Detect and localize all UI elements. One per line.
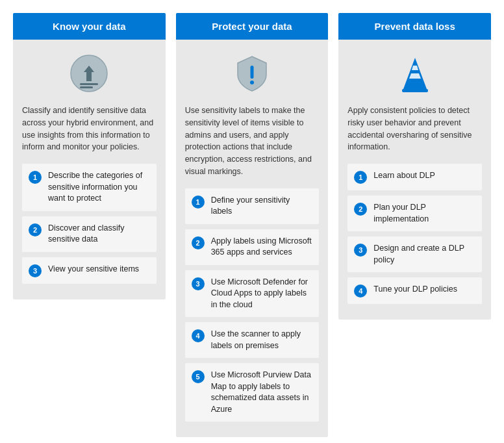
protect-step-text-3: Use Microsoft Defender for Cloud Apps to… [211,277,313,311]
prevent-step-text-2: Plan your DLP implementation [373,202,475,225]
know-step-badge-3: 3 [29,264,42,277]
know-icon [68,53,110,94]
prevent-step-1[interactable]: 1 Learn about DLP [347,164,482,190]
know-description: Classify and identify sensitive data acr… [22,105,157,153]
main-columns: Know your data Classify and identify sen… [13,13,491,437]
protect-step-badge-1: 1 [192,196,205,209]
column-protect-header: Protect your data [176,13,329,40]
svg-point-5 [250,81,254,84]
prevent-step-badge-1: 1 [354,171,367,184]
protect-step-1[interactable]: 1 Define your sensitivity labels [185,188,320,224]
protect-step-badge-4: 4 [192,329,205,342]
prevent-step-badge-4: 4 [354,285,367,297]
know-step-text-3: View your sensitive items [48,264,139,275]
svg-rect-3 [80,86,93,88]
prevent-step-3[interactable]: 3 Design and create a DLP policy [347,236,482,272]
protect-step-text-1: Define your sensitivity labels [211,195,313,218]
know-step-badge-1: 1 [29,171,42,184]
svg-rect-2 [80,83,98,85]
know-icon-area [22,50,157,97]
prevent-description: Apply consistent policies to detect risk… [347,105,482,153]
know-step-text-2: Discover and classify sensitive data [48,223,150,246]
prevent-step-text-1: Learn about DLP [373,170,435,182]
protect-step-4[interactable]: 4 Use the scanner to apply labels on pre… [185,322,320,358]
protect-description: Use sensitivity labels to make the sensi… [185,105,320,178]
protect-step-3[interactable]: 3 Use Microsoft Defender for Cloud Apps … [185,270,320,318]
column-prevent-header: Prevent data loss [338,13,491,40]
protect-step-text-4: Use the scanner to apply labels on premi… [211,329,313,351]
prevent-step-2[interactable]: 2 Plan your DLP implementation [347,196,482,231]
protect-step-badge-2: 2 [192,236,205,249]
know-step-text-1: Describe the categories of sensitive inf… [48,170,150,205]
svg-rect-4 [251,66,254,79]
protect-icon [231,53,273,94]
protect-step-text-2: Apply labels using Microsoft 365 apps an… [211,236,313,259]
prevent-step-badge-3: 3 [354,244,367,257]
prevent-step-4[interactable]: 4 Tune your DLP policies [347,277,482,304]
protect-step-5[interactable]: 5 Use Microsoft Purview Data Map to appl… [185,363,320,422]
protect-icon-area [185,50,320,97]
prevent-icon-area [347,50,482,97]
know-step-1[interactable]: 1 Describe the categories of sensitive i… [22,164,157,211]
prevent-step-badge-2: 2 [354,203,367,216]
column-prevent: Prevent data loss Apply consistent polic… [338,13,491,320]
prevent-step-text-3: Design and create a DLP policy [373,243,475,266]
know-step-2[interactable]: 2 Discover and classify sensitive data [22,216,157,252]
column-know: Know your data Classify and identify sen… [13,13,166,299]
column-protect: Protect your data Use sensitivity labels… [176,13,329,437]
prevent-step-text-4: Tune your DLP policies [373,284,457,296]
know-step-3[interactable]: 3 View your sensitive items [22,257,157,284]
know-step-badge-2: 2 [29,223,42,236]
svg-marker-7 [409,73,421,79]
column-know-header: Know your data [13,13,166,40]
protect-step-badge-5: 5 [192,370,205,383]
prevent-icon [394,53,436,94]
protect-step-badge-3: 3 [192,277,205,290]
svg-rect-9 [402,89,428,92]
protect-step-2[interactable]: 2 Apply labels using Microsoft 365 apps … [185,229,320,265]
protect-step-text-5: Use Microsoft Purview Data Map to apply … [211,370,313,415]
